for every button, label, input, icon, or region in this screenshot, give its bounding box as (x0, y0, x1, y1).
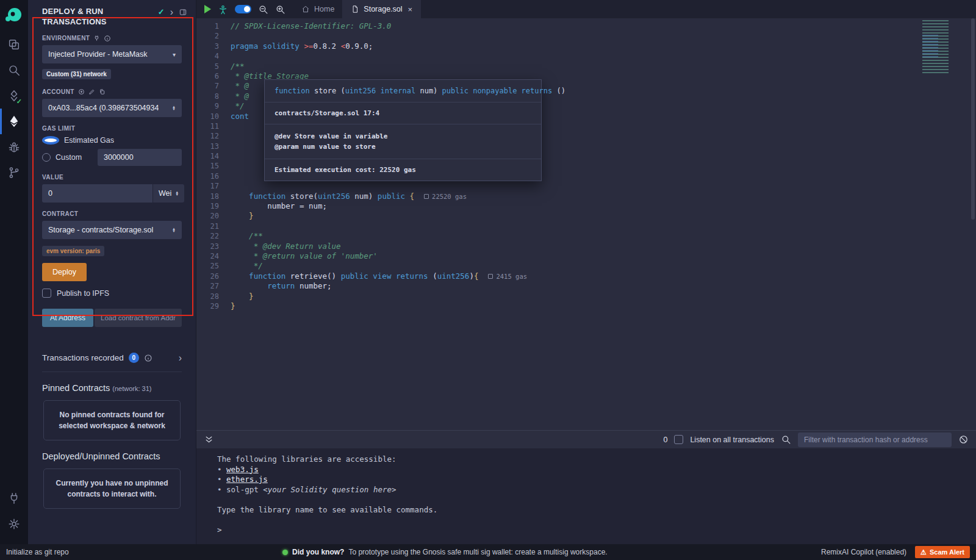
terminal-line: The following libraries are accessible: (217, 454, 976, 465)
listen-count: 0 (663, 436, 667, 444)
token: } (231, 211, 254, 220)
gas-custom-label: Custom (56, 153, 82, 162)
info-icon[interactable] (144, 354, 152, 362)
gas-icon (488, 274, 493, 279)
theme-toggle[interactable] (235, 5, 251, 13)
code-line: * @return value of 'number' (231, 251, 976, 261)
tooltip-signature: function store (uint256 internal num) pu… (265, 80, 541, 102)
line-number: 28 (196, 292, 231, 301)
contract-select[interactable]: Storage - contracts/Storage.sol ▲▼ (42, 221, 182, 239)
transactions-recorded-label: Transactions recorded (42, 353, 124, 362)
token: { (474, 271, 479, 281)
value-input[interactable] (42, 184, 152, 203)
solidity-file-icon (351, 5, 359, 13)
plus-circle-icon[interactable] (78, 88, 85, 95)
transactions-recorded-row[interactable]: Transactions recorded 0 › (42, 345, 182, 372)
account-select[interactable]: 0xA03...85ac4 (0.398673504934 ▲▼ (42, 99, 182, 117)
account-label: ACCOUNT (42, 88, 74, 95)
tab-home[interactable]: Home (293, 0, 343, 18)
terminal-link[interactable]: ethers.js (226, 475, 268, 484)
unpinned-contracts-title: Deployed/Unpinned Contracts (42, 451, 182, 461)
zoom-out-icon[interactable] (258, 4, 268, 15)
chevron-right-icon[interactable]: › (170, 9, 173, 16)
at-address-input[interactable] (95, 309, 182, 327)
pin-view-icon[interactable] (179, 8, 187, 16)
radio-selected-icon[interactable] (42, 136, 59, 145)
terminal-link[interactable]: web3.js (226, 465, 259, 474)
zoom-in-icon[interactable] (275, 4, 285, 15)
token: • (217, 485, 226, 494)
remix-ide: ✓ DEPLOY & RUN TRANSACTIONS (0, 0, 976, 560)
sidebar-item-solidity-compiler[interactable]: ✓ (0, 83, 28, 109)
main-row: ✓ DEPLOY & RUN TRANSACTIONS (0, 0, 976, 544)
chevron-right-icon[interactable]: › (179, 354, 182, 362)
listen-checkbox[interactable] (674, 435, 683, 444)
gas-custom-input[interactable] (98, 149, 182, 166)
token: store (314, 87, 340, 95)
close-icon[interactable]: × (408, 5, 413, 14)
token: function (231, 271, 290, 281)
tab-storage-sol[interactable]: Storage.sol × (343, 0, 421, 18)
gas-custom-option[interactable]: Custom (42, 149, 182, 166)
tooltip-doc-dev: @dev Store value in variable (274, 131, 531, 142)
sidebar-item-settings[interactable] (0, 511, 28, 537)
pinned-network-label: (network: 31) (112, 385, 151, 392)
network-badge: Custom (31) network (42, 69, 111, 79)
panel-body: ENVIRONMENT Injected Provider - MetaMask… (28, 28, 196, 544)
gas-estimated-option[interactable]: Estimated Gas (42, 136, 182, 145)
deploy-button[interactable]: Deploy (42, 263, 87, 281)
token: * @ (231, 92, 249, 101)
value-row: Wei ▲▼ (42, 184, 182, 203)
remix-logo-icon[interactable] (4, 6, 24, 26)
code-line: } (231, 292, 976, 301)
sidebar-item-file-explorer[interactable] (0, 32, 28, 57)
code-line: function store(uint256 num) public {2252… (231, 192, 976, 201)
code-line: number = num; (231, 201, 976, 211)
transactions-count-badge: 0 (129, 353, 139, 363)
plug-icon[interactable] (93, 35, 100, 41)
minimap[interactable] (922, 20, 959, 74)
line-number: 3 (196, 41, 231, 51)
copilot-status[interactable]: RemixAI Copilot (enabled) (821, 548, 906, 556)
git-init-status[interactable]: Initialize as git repo (6, 548, 69, 556)
tooltip-doc: @dev Store value in variable @param num … (265, 124, 541, 159)
gas-icon (424, 194, 429, 199)
at-address-button[interactable]: At Address (42, 309, 93, 327)
value-unit-select[interactable]: Wei ▲▼ (153, 184, 184, 203)
radio-unselected-icon[interactable] (42, 153, 51, 162)
sidebar-item-search[interactable] (0, 57, 28, 83)
deploy-panel: DEPLOY & RUN TRANSACTIONS ✓ › ENVIRONMEN… (28, 0, 196, 544)
publish-ipfs-checkbox[interactable] (42, 289, 51, 298)
environment-select[interactable]: Injected Provider - MetaMask ▾ (42, 45, 182, 63)
scam-alert-badge[interactable]: ⚠ Scam Alert (915, 546, 970, 558)
accessibility-icon[interactable] (218, 4, 228, 15)
line-number: 14 (196, 151, 231, 161)
code-editor[interactable]: 1234567891011121314151617181920212223242… (196, 18, 976, 430)
token: num) (415, 87, 442, 95)
terminal-line: • ethers.js (217, 475, 976, 485)
terminal-controls: 0 Listen on all transactions (663, 433, 969, 447)
token: return (267, 281, 295, 290)
line-number: 18 (196, 192, 231, 201)
terminal-output[interactable]: The following libraries are accessible:•… (196, 448, 976, 544)
sidebar-item-deploy-run[interactable] (0, 109, 28, 134)
listen-label[interactable]: Listen on all transactions (690, 436, 774, 444)
code-line (231, 221, 976, 231)
token: uint256 (437, 271, 470, 281)
search-icon[interactable] (781, 434, 791, 445)
terminal-expand-icon[interactable] (204, 434, 214, 445)
editor-scrollbar[interactable] (971, 18, 975, 220)
transaction-filter-input[interactable] (798, 433, 952, 447)
code-line (231, 181, 976, 191)
line-number: 26 (196, 271, 231, 281)
publish-ipfs-row[interactable]: Publish to IPFS (42, 289, 182, 298)
sidebar-item-plugin-manager[interactable] (0, 486, 28, 511)
block-icon[interactable] (958, 434, 969, 445)
run-script-icon[interactable] (204, 5, 211, 13)
copy-icon[interactable] (99, 88, 106, 95)
sidebar-item-debugger[interactable] (0, 134, 28, 160)
account-label-row: ACCOUNT (42, 88, 182, 95)
edit-pencil-icon[interactable] (88, 88, 95, 95)
info-icon[interactable] (104, 34, 111, 41)
sidebar-item-git[interactable] (0, 160, 28, 185)
